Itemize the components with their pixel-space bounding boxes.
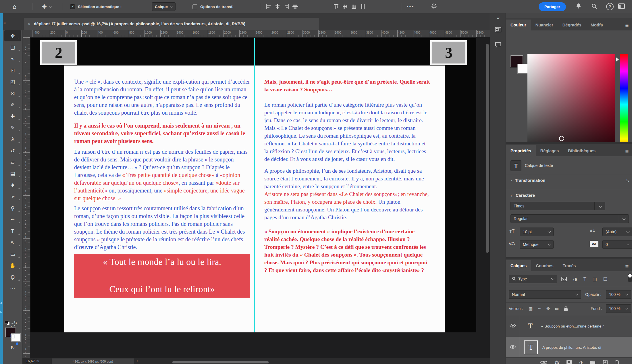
background-color-swatch[interactable] <box>517 64 528 74</box>
brush-small-icon[interactable]: ✏ <box>538 306 541 311</box>
clone-stamp-tool[interactable]: ♙ <box>3 133 22 145</box>
auto-select-dropdown[interactable]: Calque <box>152 0 176 13</box>
layer-thumbnail[interactable]: T <box>524 340 538 354</box>
link-icon[interactable] <box>540 361 547 364</box>
collapse-panels-icon[interactable]: « <box>490 16 506 21</box>
visibility-toggle[interactable] <box>506 337 520 358</box>
crop-tool[interactable]: ◰ <box>3 76 22 87</box>
move-tool[interactable]: ✥ <box>4 30 21 41</box>
rectangle-tool[interactable]: ▭ <box>3 248 22 260</box>
character-section[interactable]: ∨ Caractère <box>506 193 632 198</box>
transformation-section[interactable]: › Transformation ⇋ <box>506 178 632 183</box>
hamburger-icon[interactable]: ≡ <box>625 23 632 30</box>
align-top-icon[interactable] <box>333 3 340 10</box>
more-tools[interactable]: ⋯ <box>3 283 22 294</box>
font-style-select[interactable]: Regular <box>510 214 629 223</box>
brush-tool[interactable]: ✎ <box>3 122 22 133</box>
canvas-area[interactable]: 2 3 Une « clé », dans ce contexte, signi… <box>30 37 490 364</box>
color-field-cursor[interactable] <box>559 136 564 141</box>
home-icon[interactable]: ⌂ <box>13 0 17 13</box>
layer-row[interactable]: T« Soupçon ou éton...d’une certaine r <box>506 315 632 337</box>
close-tab-icon[interactable]: × <box>28 22 30 26</box>
font-size-select[interactable]: 10 pt <box>520 228 554 236</box>
comment-icon[interactable] <box>490 42 506 49</box>
move-small-icon[interactable]: ✥ <box>546 306 550 311</box>
workspace-icon[interactable] <box>618 0 625 13</box>
bell-icon[interactable] <box>576 0 581 13</box>
zoom-level[interactable]: 16,67 % <box>26 359 39 363</box>
history-brush-tool[interactable]: ↺ <box>3 145 22 156</box>
share-button[interactable]: Partager <box>539 2 566 11</box>
opacity-select[interactable]: 100 % <box>606 290 631 299</box>
tab-calques[interactable]: Calques <box>506 260 531 271</box>
ellipsis-icon[interactable]: ••• <box>406 0 414 13</box>
tab-propriétés[interactable]: Propriétés <box>506 145 536 156</box>
lasso-tool[interactable]: ∿ <box>3 53 22 64</box>
hand-tool[interactable]: ✋ <box>3 260 22 271</box>
hamburger-icon[interactable]: ≡ <box>625 263 632 271</box>
gradient-tool[interactable]: ▤ <box>3 168 22 179</box>
fx-icon[interactable]: fx <box>555 360 559 364</box>
gear-icon[interactable] <box>431 0 437 13</box>
eraser-tool[interactable]: ▱ <box>3 156 22 168</box>
vertical-ruler[interactable]: 4 0 02 0 002 0 04 0 06 0 08 0 01 0 0 01 … <box>22 37 30 364</box>
type-tool[interactable]: T <box>3 225 22 237</box>
mask-icon[interactable] <box>567 360 572 364</box>
help-icon[interactable]: ? <box>606 0 614 13</box>
align-v-center-icon[interactable] <box>292 3 299 10</box>
transform-controls-checkbox[interactable]: ✓ Options de transf. <box>192 0 234 13</box>
align-bottom-icon[interactable] <box>350 3 358 10</box>
tab-motifs[interactable]: Motifs <box>586 20 608 30</box>
tab-couleur[interactable]: Couleur <box>506 20 531 30</box>
layer-name[interactable]: « Soupçon ou éton...d’une certaine r <box>541 324 604 328</box>
type-icon[interactable]: T <box>583 276 586 282</box>
eyedropper-tool[interactable]: ✐ <box>3 99 22 110</box>
adjustment-icon[interactable]: ◑ <box>579 360 583 364</box>
blend-mode-select[interactable]: Normal <box>509 290 581 299</box>
distribute-horizontal-icon[interactable] <box>359 3 367 10</box>
font-family-select[interactable]: Times <box>510 202 605 210</box>
plus-icon[interactable] <box>603 360 608 364</box>
kerning-select[interactable]: Métrique <box>520 240 554 249</box>
tab-tracés[interactable]: Tracés <box>558 260 581 271</box>
psd-document[interactable]: 2 3 Une « clé », dans ce contexte, signi… <box>30 38 476 332</box>
tracking-select[interactable]: 0 <box>602 240 632 249</box>
document-tab[interactable]: × dépliant 17 juillet verso .psd @ 16,7%… <box>24 18 319 30</box>
status-menu-arrow[interactable]: › <box>137 359 138 363</box>
object-selection-tool[interactable]: ⊡ <box>3 64 22 76</box>
hamburger-icon[interactable]: ≡ <box>625 149 632 156</box>
leading-select[interactable]: (Auto) <box>602 228 632 236</box>
smudge-tool[interactable]: ✑ <box>3 191 22 202</box>
lock-icon[interactable] <box>564 306 568 311</box>
smart-object-icon[interactable]: ❏ <box>603 276 607 282</box>
current-tool-icon[interactable]: ✥ <box>42 0 51 13</box>
rotate-view-icon[interactable]: ↻ <box>3 342 22 353</box>
trash-icon[interactable] <box>615 360 619 364</box>
tab-couches[interactable]: Couches <box>531 260 558 271</box>
visibility-toggle[interactable] <box>506 315 520 337</box>
search-icon[interactable] <box>591 0 597 13</box>
horizontal-ruler[interactable]: 4002000200400600800100012001400160018002… <box>30 30 490 38</box>
pen-tool[interactable]: ✒ <box>3 214 22 225</box>
align-h-center-icon[interactable] <box>274 3 281 10</box>
filter-toggle[interactable] <box>628 274 632 282</box>
marquee-tool[interactable]: ▢ <box>3 41 22 53</box>
toolbar-expand-icon[interactable]: » <box>3 20 5 25</box>
blur-tool[interactable]: ♦ <box>3 179 22 191</box>
panel-grid-icon[interactable] <box>490 27 506 33</box>
align-right-icon[interactable] <box>283 3 290 10</box>
align-left-icon[interactable] <box>265 3 272 10</box>
vertical-scrollbar[interactable] <box>486 44 489 253</box>
layer-row[interactable]: TA propos de philo...urs, Aristote, di <box>506 337 632 358</box>
saturation-brightness-field[interactable] <box>527 54 615 155</box>
tab-dégradés[interactable]: Dégradés <box>558 20 586 30</box>
path-selection-tool[interactable]: ↖ <box>3 237 22 248</box>
checker-icon[interactable]: ▦ <box>529 306 533 311</box>
align-middle-icon[interactable] <box>342 3 349 10</box>
screen-mode-icon[interactable]: ❏ <box>3 330 22 342</box>
adjustment-icon[interactable]: ◑ <box>573 276 577 282</box>
dodge-tool[interactable]: ♀ <box>3 202 22 214</box>
image-icon[interactable] <box>561 277 567 281</box>
folder-icon[interactable] <box>590 360 596 364</box>
flip-icon[interactable]: ⇋ <box>626 178 629 183</box>
